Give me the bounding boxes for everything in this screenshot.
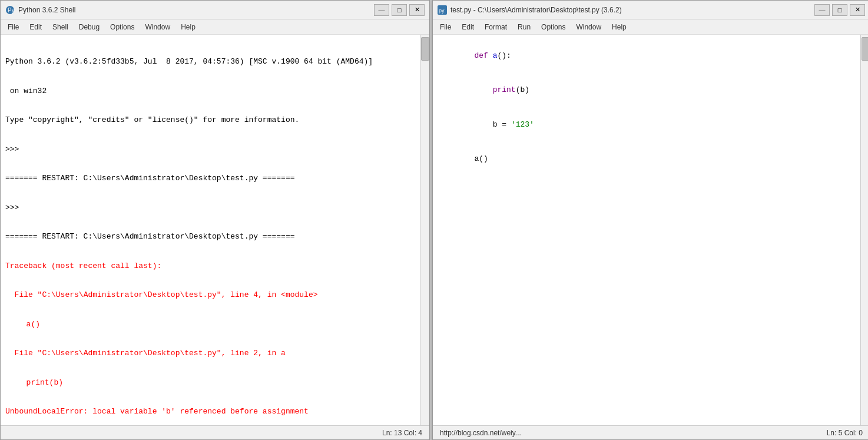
shell-minimize-button[interactable]: — xyxy=(374,4,389,16)
shell-trace2b: print(b) xyxy=(5,377,415,389)
code-string-val: '123' xyxy=(511,120,534,129)
shell-status-text: Ln: 13 Col: 4 xyxy=(382,429,422,437)
editor-title-left: py test.py - C:\Users\Administrator\Desk… xyxy=(438,5,622,15)
shell-output[interactable]: Python 3.6.2 (v3.6.2:5fd33b5, Jul 8 2017… xyxy=(1,35,420,425)
editor-code-area[interactable]: def a(): print(b) b = '123' a() xyxy=(433,35,860,425)
editor-scrollbar[interactable] xyxy=(860,35,868,425)
code-line-4: a() xyxy=(438,142,856,177)
shell-menu-help[interactable]: Help xyxy=(176,22,200,32)
editor-status-left: http://blog.csdn.net/weiy... xyxy=(440,429,521,437)
shell-scrollbar-thumb[interactable] xyxy=(421,37,429,61)
shell-version-line: Python 3.6.2 (v3.6.2:5fd33b5, Jul 8 2017… xyxy=(5,56,415,68)
svg-text:py: py xyxy=(439,8,445,14)
shell-maximize-button[interactable]: □ xyxy=(392,4,407,16)
editor-status-right: Ln: 5 Col: 0 xyxy=(827,429,863,437)
editor-menu-help[interactable]: Help xyxy=(607,22,631,32)
editor-status-position: Ln: 5 Col: 0 xyxy=(827,429,863,437)
shell-window-controls: — □ ✕ xyxy=(374,4,425,16)
code-call: a() xyxy=(474,154,488,163)
shell-window: Py Python 3.6.2 Shell — □ ✕ File Edit Sh… xyxy=(0,0,430,440)
code-func-paren: (): xyxy=(497,51,511,60)
shell-restart1: ======= RESTART: C:\Users\Administrator\… xyxy=(5,173,415,184)
shell-trace1b: a() xyxy=(5,319,415,330)
code-def-keyword: def xyxy=(474,51,492,60)
shell-restart2: ======= RESTART: C:\Users\Administrator\… xyxy=(5,231,415,243)
python-icon: Py xyxy=(5,5,15,15)
code-indent2 xyxy=(474,85,492,94)
editor-menu-file[interactable]: File xyxy=(435,22,456,32)
code-line-2: print(b) xyxy=(438,73,856,108)
shell-traceback-header: Traceback (most recent call last): xyxy=(5,260,415,272)
shell-trace1: File "C:\Users\Administrator\Desktop\tes… xyxy=(5,289,415,301)
shell-title-text: Python 3.6.2 Shell xyxy=(18,6,75,14)
editor-status-bar: http://blog.csdn.net/weiy... Ln: 5 Col: … xyxy=(433,425,868,439)
editor-close-button[interactable]: ✕ xyxy=(850,4,865,16)
editor-title-text: test.py - C:\Users\Administrator\Desktop… xyxy=(450,6,622,14)
editor-window-controls: — □ ✕ xyxy=(814,4,865,16)
code-line-3: b = '123' xyxy=(438,107,856,142)
shell-type-line: Type "copyright", "credits" or "license(… xyxy=(5,114,415,126)
editor-menu-options[interactable]: Options xyxy=(536,22,570,32)
editor-scrollbar-thumb[interactable] xyxy=(862,37,869,61)
svg-text:Py: Py xyxy=(8,7,15,14)
editor-window: py test.py - C:\Users\Administrator\Desk… xyxy=(432,0,868,440)
shell-menu-window[interactable]: Window xyxy=(140,22,175,32)
editor-python-icon: py xyxy=(438,5,447,15)
shell-status-bar: Ln: 13 Col: 4 xyxy=(1,425,429,439)
editor-menu-edit[interactable]: Edit xyxy=(457,22,479,32)
code-print-keyword: print xyxy=(493,85,516,94)
shell-menu-edit[interactable]: Edit xyxy=(25,22,47,32)
shell-menu-shell[interactable]: Shell xyxy=(48,22,73,32)
editor-menu-bar: File Edit Format Run Options Window Help xyxy=(433,19,868,35)
shell-title-bar: Py Python 3.6.2 Shell — □ ✕ xyxy=(1,1,429,19)
editor-menu-run[interactable]: Run xyxy=(513,22,535,32)
shell-title-left: Py Python 3.6.2 Shell xyxy=(5,5,75,15)
editor-content-area: def a(): print(b) b = '123' a() xyxy=(433,35,868,425)
editor-menu-format[interactable]: Format xyxy=(480,22,512,32)
shell-scrollbar[interactable] xyxy=(420,35,429,425)
shell-trace2: File "C:\Users\Administrator\Desktop\tes… xyxy=(5,348,415,359)
shell-close-button[interactable]: ✕ xyxy=(409,4,425,16)
editor-maximize-button[interactable]: □ xyxy=(832,4,847,16)
code-indent3: b = xyxy=(474,120,511,129)
shell-platform-line: on win32 xyxy=(5,85,415,97)
code-line-1: def a(): xyxy=(438,38,856,73)
shell-menu-bar: File Edit Shell Debug Options Window Hel… xyxy=(1,19,429,35)
shell-menu-file[interactable]: File xyxy=(3,22,24,32)
shell-prompt2: >>> xyxy=(5,202,415,214)
code-print-paren: (b) xyxy=(516,85,529,94)
shell-error-line: UnboundLocalError: local variable 'b' re… xyxy=(5,406,415,418)
shell-content-area: Python 3.6.2 (v3.6.2:5fd33b5, Jul 8 2017… xyxy=(1,35,429,425)
editor-menu-window[interactable]: Window xyxy=(571,22,606,32)
editor-title-bar: py test.py - C:\Users\Administrator\Desk… xyxy=(433,1,868,19)
editor-minimize-button[interactable]: — xyxy=(814,4,830,16)
shell-menu-debug[interactable]: Debug xyxy=(74,22,104,32)
shell-prompt1: >>> xyxy=(5,144,415,156)
shell-menu-options[interactable]: Options xyxy=(105,22,139,32)
